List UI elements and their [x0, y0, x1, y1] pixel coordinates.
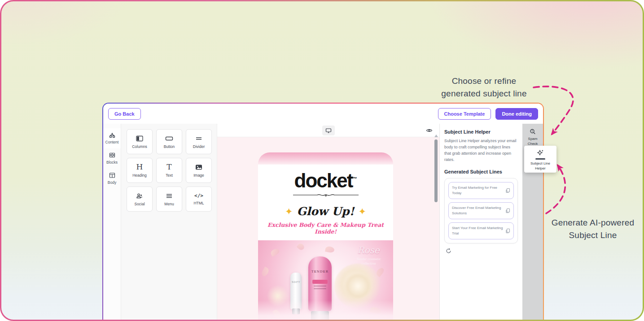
subject-line-suggestion[interactable]: Try Email Marketing for Free Today — [448, 182, 514, 199]
petal-graphic — [370, 306, 382, 315]
palette-item-label: Image — [193, 173, 204, 178]
label-line: Spam — [528, 137, 538, 141]
suggestion-text: Discover Free Email Marketing Solutions — [452, 205, 503, 216]
editor-main-row: Content Blocks — [103, 124, 543, 320]
left-tab-rail: Content Blocks — [103, 124, 121, 320]
canvas-scrollbar[interactable] — [434, 139, 438, 320]
button-icon — [165, 135, 174, 142]
tagline-block[interactable]: Exclusive Body Care & Makeup Treat Insid… — [258, 221, 393, 240]
tab-label: Body — [108, 180, 116, 185]
subject-line-helper-button[interactable]: Subject Line Helper — [524, 146, 556, 173]
panel-description: Subject Line Helper analyzes your email … — [444, 138, 518, 163]
spam-check-button[interactable]: Spam Check — [528, 128, 538, 147]
ornamental-divider — [292, 193, 359, 199]
regenerate-button[interactable] — [445, 247, 452, 254]
go-back-button[interactable]: Go Back — [108, 108, 141, 120]
email-editor-surface: Go Back Choose Template Done editing — [103, 104, 543, 320]
desktop-icon — [325, 128, 332, 134]
annotation-line: Generate AI-powered — [548, 217, 638, 229]
petal-graphic — [297, 243, 306, 252]
scrollbar-up-arrow[interactable] — [434, 134, 438, 137]
rose-flower-graphic — [334, 264, 381, 308]
petal-graphic — [270, 247, 280, 256]
scrollbar-thumb[interactable] — [434, 139, 438, 202]
sparkle-icon: ✦ — [285, 206, 293, 217]
topbar-actions: Choose Template Done editing — [438, 108, 538, 120]
canvas-toolbar — [217, 124, 439, 137]
palette-item-label: Menu — [164, 202, 174, 206]
tube-large-band — [312, 280, 328, 284]
done-editing-button[interactable]: Done editing — [495, 108, 538, 120]
generated-subject-lines-card: Try Email Marketing for Free Today Disc — [444, 178, 518, 243]
choose-template-button[interactable]: Choose Template — [438, 108, 491, 120]
cosmetic-tube-small: SOFT — [290, 273, 302, 309]
subject-line-suggestion[interactable]: Discover Free Email Marketing Solutions — [448, 202, 514, 219]
palette-item-image[interactable]: Image — [186, 158, 212, 183]
sparkle-icon: ✦ — [359, 206, 367, 217]
hero-script-title: Rose — [349, 245, 388, 256]
headline-block[interactable]: ✦ Glow Up! ✦ — [258, 205, 393, 218]
tab-label: Content — [105, 140, 119, 144]
copy-icon[interactable] — [505, 208, 510, 213]
email-body: docket™ ✦ Glow Up! ✦ Exc — [258, 165, 393, 320]
label-line: Helper — [535, 166, 546, 170]
menu-icon — [165, 192, 173, 200]
heading-icon: H — [136, 163, 143, 171]
copy-icon[interactable] — [505, 188, 510, 193]
palette-item-label: Text — [166, 173, 173, 178]
brand-logo-block[interactable]: docket™ — [258, 171, 393, 191]
palette-item-html[interactable]: </> HTML — [186, 187, 212, 212]
sparkle-wand-icon — [536, 149, 545, 157]
palette-item-text[interactable]: T Text — [156, 158, 182, 183]
petal-graphic — [272, 309, 281, 320]
rose-flower-small-graphic — [266, 285, 289, 307]
palette-item-button[interactable]: Button — [156, 129, 182, 154]
spam-check-label: Spam Check — [528, 137, 538, 147]
label-line: Subject Line — [530, 161, 550, 165]
palette-item-label: HTML — [193, 201, 204, 205]
petal-graphic — [260, 267, 270, 278]
copy-icon[interactable] — [505, 228, 510, 234]
palette-item-columns[interactable]: Columns — [127, 129, 153, 154]
palette-item-label: Social — [134, 202, 145, 206]
email-document[interactable]: docket™ ✦ Glow Up! ✦ Exc — [258, 152, 393, 320]
generated-subject-lines-heading: Generated Subject Lines — [444, 169, 518, 174]
tube-large-label: TENDER — [311, 270, 329, 273]
magnifier-icon — [529, 128, 536, 135]
tube-small-label: SOFT — [292, 281, 300, 283]
page-background: Choose or refine generated subject line … — [1, 1, 643, 320]
palette-item-label: Divider — [193, 144, 205, 149]
text-icon: T — [166, 163, 171, 171]
palette-item-menu[interactable]: Menu — [156, 187, 182, 212]
email-header-gradient[interactable] — [258, 152, 393, 165]
annotation-line: generated subject line — [436, 87, 532, 100]
palette-item-heading[interactable]: H Heading — [127, 158, 153, 183]
suggestion-text: Start Your Free Email Marketing Trial — [452, 226, 503, 236]
annotation-line: Subject Line — [548, 229, 638, 242]
social-icon — [136, 192, 144, 200]
tab-blocks[interactable]: Blocks — [103, 148, 121, 169]
subject-line-helper-label: Subject Line Helper — [530, 161, 550, 171]
email-editor-window: Go Back Choose Template Done editing — [102, 103, 544, 320]
desktop-preview-button[interactable] — [322, 126, 335, 135]
annotation-refine-subject-line: Choose or refine generated subject line — [436, 75, 532, 100]
palette-item-label: Columns — [132, 144, 147, 149]
tab-body[interactable]: Body — [103, 169, 121, 189]
tab-content[interactable]: Content — [103, 128, 121, 148]
petal-graphic — [315, 316, 323, 320]
email-canvas[interactable]: docket™ ✦ Glow Up! ✦ Exc — [217, 124, 439, 320]
tube-large-cap — [311, 311, 329, 320]
sitemap-icon — [109, 131, 116, 139]
image-icon — [195, 164, 203, 171]
annotation-generate-subject-line: Generate AI-powered Subject Line — [548, 217, 638, 241]
subject-line-suggestion[interactable]: Start Your Free Email Marketing Trial — [448, 222, 514, 239]
hero-image-block[interactable]: SOFT TENDER — [258, 240, 393, 320]
editor-topbar: Go Back Choose Template Done editing — [103, 104, 543, 124]
tab-label: Blocks — [106, 160, 118, 165]
preview-eye-button[interactable] — [424, 126, 434, 135]
tube-small-cap — [292, 308, 300, 314]
palette-item-social[interactable]: Social — [127, 187, 153, 212]
palette-item-divider[interactable]: Divider — [186, 129, 212, 154]
headline-text: Glow Up! — [297, 205, 354, 218]
panel-title: Subject Line Helper — [444, 129, 518, 134]
